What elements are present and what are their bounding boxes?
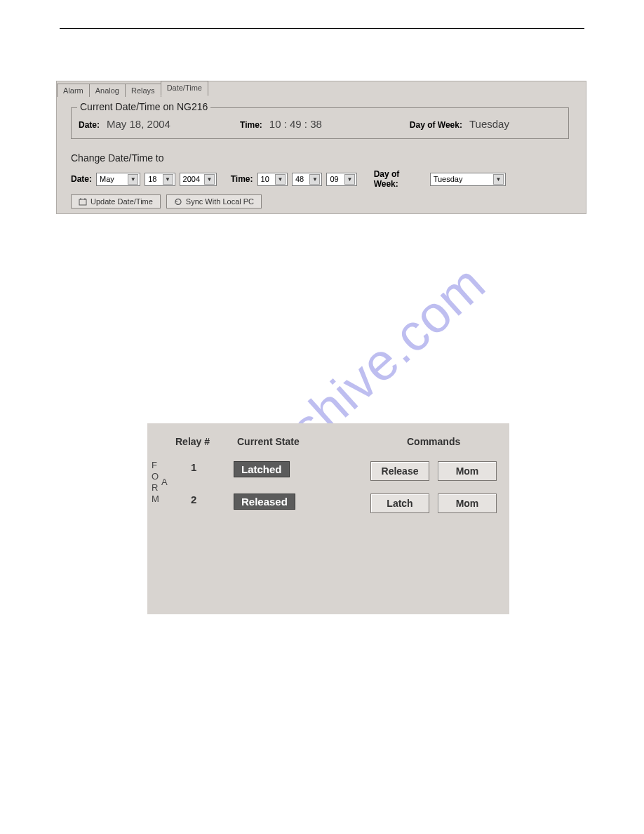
chevron-down-icon: ▼ xyxy=(309,174,320,185)
dropdown-day-value: 18 xyxy=(148,175,160,183)
relay-state-chip: Latched xyxy=(234,461,290,477)
label-time: Time: xyxy=(240,120,262,130)
relay-number: 2 xyxy=(191,494,196,505)
tab-alarm[interactable]: Alarm xyxy=(57,84,90,97)
group-change-datetime: Change Date/Time to Date: May ▼ 18 ▼ 200… xyxy=(71,154,506,210)
value-time: 10 : 49 : 38 xyxy=(269,118,347,130)
chevron-down-icon: ▼ xyxy=(128,174,138,185)
sync-icon xyxy=(174,197,182,206)
dropdown-dow-value: Tuesday xyxy=(434,175,491,183)
mom-button[interactable]: Mom xyxy=(438,494,497,513)
sync-local-pc-button[interactable]: Sync With Local PC xyxy=(166,194,262,208)
form-variant: A xyxy=(161,477,168,488)
group-current-title: Current Date/Time on NG216 xyxy=(77,101,210,112)
label-change-time: Time: xyxy=(231,174,253,184)
dropdown-dow[interactable]: Tuesday ▼ xyxy=(430,173,506,186)
header-current-state: Current State xyxy=(237,436,300,447)
label-date: Date: xyxy=(79,120,100,130)
header-relay-number: Relay # xyxy=(175,436,210,447)
header-commands: Commands xyxy=(407,436,460,447)
dropdown-hour[interactable]: 10 ▼ xyxy=(257,173,288,186)
dropdown-month[interactable]: May ▼ xyxy=(96,173,140,186)
dropdown-second[interactable]: 09 ▼ xyxy=(326,173,356,186)
update-datetime-label: Update Date/Time xyxy=(90,197,153,206)
tab-analog[interactable]: Analog xyxy=(89,84,126,97)
label-dow: Day of Week: xyxy=(410,120,462,130)
page-top-rule xyxy=(60,28,584,29)
dropdown-minute-value: 48 xyxy=(295,175,307,183)
value-dow: Tuesday xyxy=(469,118,509,130)
relay-state-chip: Released xyxy=(234,494,295,510)
group-current-datetime: Current Date/Time on NG216 Date: May 18,… xyxy=(71,107,569,139)
relays-panel: Relay # Current State Commands F O R M A… xyxy=(147,423,509,614)
chevron-down-icon: ▼ xyxy=(275,174,286,185)
chevron-down-icon: ▼ xyxy=(163,174,173,185)
dropdown-second-value: 09 xyxy=(330,175,342,183)
form-letter: M xyxy=(152,494,159,505)
datetime-panel: Alarm Analog Relays Date/Time Current Da… xyxy=(56,81,586,214)
chevron-down-icon: ▼ xyxy=(204,174,215,185)
update-datetime-button[interactable]: Update Date/Time xyxy=(71,194,161,208)
update-icon xyxy=(79,197,87,206)
form-a-label: F O R M A xyxy=(152,460,159,505)
dropdown-hour-value: 10 xyxy=(261,175,273,183)
relay-number: 1 xyxy=(191,461,196,473)
dropdown-minute[interactable]: 48 ▼ xyxy=(292,173,322,186)
dropdown-year-value: 2004 xyxy=(183,175,202,183)
mom-button[interactable]: Mom xyxy=(438,461,497,481)
form-letter: R xyxy=(152,482,159,494)
tab-strip: Alarm Analog Relays Date/Time xyxy=(57,81,208,96)
form-letter: O xyxy=(152,471,159,482)
sync-local-pc-label: Sync With Local PC xyxy=(186,197,254,206)
label-change-dow: Day of Week: xyxy=(374,169,426,189)
dropdown-day[interactable]: 18 ▼ xyxy=(145,173,175,186)
chevron-down-icon: ▼ xyxy=(493,174,504,185)
label-change-date: Date: xyxy=(71,174,92,184)
tab-relays[interactable]: Relays xyxy=(125,84,161,97)
release-button[interactable]: Release xyxy=(370,461,429,481)
chevron-down-icon: ▼ xyxy=(344,174,355,185)
tab-datetime[interactable]: Date/Time xyxy=(161,81,208,96)
group-change-title: Change Date/Time to xyxy=(71,152,164,164)
form-letter: F xyxy=(152,460,159,471)
dropdown-month-value: May xyxy=(100,175,126,183)
dropdown-year[interactable]: 2004 ▼ xyxy=(180,173,217,186)
value-date: May 18, 2004 xyxy=(107,118,198,130)
svg-rect-0 xyxy=(79,199,86,205)
latch-button[interactable]: Latch xyxy=(370,494,429,513)
